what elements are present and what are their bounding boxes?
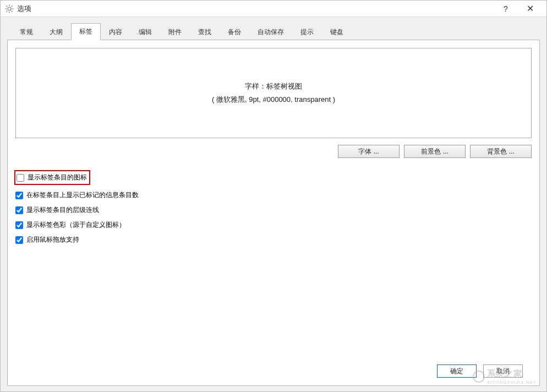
tab-tips[interactable]: 提示 bbox=[292, 24, 322, 40]
font-preview-box: 字样：标签树视图 ( 微软雅黑, 9pt, #000000, transpare… bbox=[15, 48, 532, 138]
check-label: 在标签条目上显示已标记的信息条目数 bbox=[26, 190, 139, 200]
checkbox-show-tag-icons[interactable] bbox=[17, 174, 24, 182]
ok-button[interactable]: 确定 bbox=[437, 364, 477, 378]
check-label: 显示标签条目的层级连线 bbox=[26, 205, 99, 215]
check-show-tag-icons[interactable]: 显示标签条目的图标 bbox=[14, 170, 90, 185]
footer-buttons: 确定 取消 bbox=[437, 364, 523, 378]
check-show-tag-colors[interactable]: 显示标签色彩（源于自定义图标） bbox=[15, 220, 532, 230]
svg-line-6 bbox=[12, 10, 13, 12]
tab-general[interactable]: 常规 bbox=[12, 24, 41, 40]
tab-panel-tags: 字样：标签树视图 ( 微软雅黑, 9pt, #000000, transpare… bbox=[7, 40, 540, 386]
svg-line-7 bbox=[12, 6, 13, 7]
tab-edit[interactable]: 编辑 bbox=[130, 24, 160, 40]
tab-autosave[interactable]: 自动保存 bbox=[249, 24, 292, 40]
gear-icon bbox=[5, 4, 14, 13]
help-button[interactable]: ? bbox=[494, 1, 518, 17]
tab-backup[interactable]: 备份 bbox=[220, 24, 249, 40]
tab-content[interactable]: 内容 bbox=[101, 24, 130, 40]
check-show-hierarchy-lines[interactable]: 显示标签条目的层级连线 bbox=[15, 205, 532, 215]
tab-strip: 常规 大纲 标签 内容 编辑 附件 查找 备份 自动保存 提示 键盘 bbox=[7, 23, 540, 40]
checkbox-show-hierarchy-lines[interactable] bbox=[15, 206, 23, 214]
preview-line2: ( 微软雅黑, 9pt, #000000, transparent ) bbox=[212, 95, 335, 105]
svg-point-0 bbox=[8, 7, 11, 10]
close-button[interactable]: ✕ bbox=[518, 1, 542, 17]
checkbox-show-marked-count[interactable] bbox=[15, 192, 23, 199]
font-button[interactable]: 字体 ... bbox=[338, 145, 400, 158]
tab-outline[interactable]: 大纲 bbox=[41, 24, 71, 40]
preview-line1: 字样：标签树视图 bbox=[245, 81, 302, 91]
tab-find[interactable]: 查找 bbox=[190, 24, 220, 40]
background-button[interactable]: 背景色 ... bbox=[470, 145, 532, 158]
font-button-row: 字体 ... 前景色 ... 背景色 ... bbox=[15, 145, 532, 158]
tab-keyboard[interactable]: 键盘 bbox=[322, 24, 352, 40]
checkbox-group: 显示标签条目的图标 在标签条目上显示已标记的信息条目数 显示标签条目的层级连线 … bbox=[15, 170, 532, 244]
checkbox-enable-dragdrop[interactable] bbox=[15, 236, 23, 244]
check-label: 启用鼠标拖放支持 bbox=[26, 235, 79, 244]
check-label: 显示标签条目的图标 bbox=[28, 173, 87, 182]
window-title: 选项 bbox=[17, 4, 31, 14]
check-enable-dragdrop[interactable]: 启用鼠标拖放支持 bbox=[15, 235, 532, 244]
titlebar: 选项 ? ✕ bbox=[1, 1, 546, 17]
svg-line-8 bbox=[7, 10, 8, 12]
check-label: 显示标签色彩（源于自定义图标） bbox=[26, 220, 125, 230]
checkbox-show-tag-colors[interactable] bbox=[15, 221, 23, 229]
svg-line-5 bbox=[7, 6, 8, 7]
content-area: 常规 大纲 标签 内容 编辑 附件 查找 备份 自动保存 提示 键盘 字样：标签… bbox=[1, 17, 546, 391]
tab-tags[interactable]: 标签 bbox=[71, 23, 101, 40]
cancel-button[interactable]: 取消 bbox=[483, 364, 523, 378]
check-show-marked-count[interactable]: 在标签条目上显示已标记的信息条目数 bbox=[15, 190, 532, 200]
options-dialog: 选项 ? ✕ 常规 大纲 标签 内容 编辑 附件 查找 备份 自动保存 提示 键… bbox=[0, 0, 547, 392]
tab-attachment[interactable]: 附件 bbox=[160, 24, 190, 40]
foreground-button[interactable]: 前景色 ... bbox=[404, 145, 466, 158]
